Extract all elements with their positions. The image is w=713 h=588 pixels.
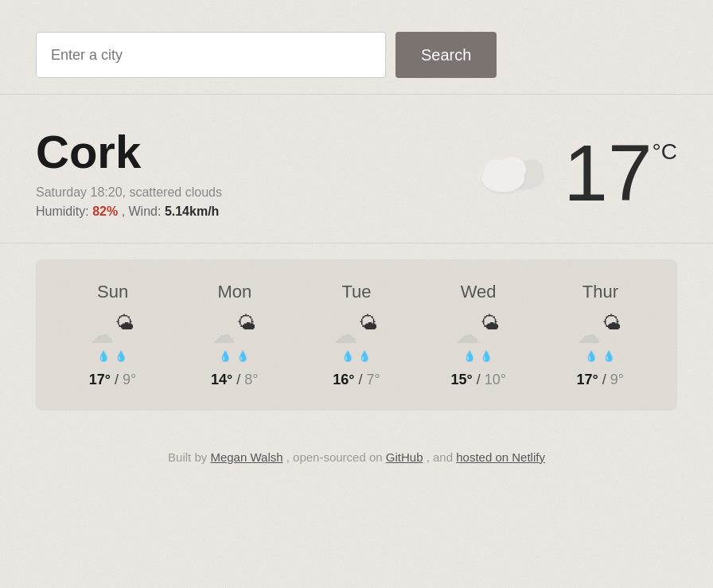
high-temp-tue: 16°: [333, 372, 354, 387]
low-temp-sun: 9°: [123, 372, 136, 387]
day-temps-wed: 15° / 10°: [450, 372, 506, 388]
search-input[interactable]: [36, 32, 386, 78]
current-weather-section: Cork Saturday 18:20, scattered clouds Hu…: [0, 95, 713, 243]
day-temps-sun: 17° / 9°: [89, 372, 136, 388]
high-temp-sun: 17°: [89, 372, 111, 387]
svg-point-4: [497, 157, 526, 181]
search-section: Search: [0, 0, 713, 95]
forecast-day-tue: Tue 🌤 ☁ 💧 💧 16° / 7°: [317, 282, 396, 388]
forecast-icon-wed: 🌤 ☁ 💧 💧: [455, 312, 501, 362]
cloud-icon: ☁: [90, 321, 114, 349]
temperature-display: 17 °C: [563, 133, 677, 212]
weather-cloud-icon: [476, 147, 547, 198]
footer-text-after: , and: [427, 450, 457, 464]
day-temps-tue: 16° / 7°: [333, 372, 380, 388]
sun-icon-tue: 🌤: [359, 312, 378, 334]
weather-left: Cork Saturday 18:20, scattered clouds Hu…: [36, 127, 476, 219]
footer-author-link[interactable]: Megan Walsh: [210, 450, 282, 464]
forecast-icon-sun: 🌤 ☁ 💧 💧: [90, 312, 136, 362]
forecast-icon-tue: 🌤 ☁ 💧 💧: [333, 312, 380, 362]
temperature-unit: °C: [653, 139, 677, 165]
high-temp-wed: 15°: [450, 372, 472, 387]
search-row: Search: [36, 32, 677, 78]
cloud-icon-wed: ☁: [455, 321, 479, 349]
low-temp-mon: 8°: [244, 372, 258, 387]
forecast-section: Sun 🌤 ☁ 💧 💧 17° / 9° Mon 🌤 ☁: [0, 243, 713, 434]
forecast-day-sun: Sun 🌤 ☁ 💧 💧 17° / 9°: [73, 282, 153, 388]
city-name: Cork: [36, 127, 476, 177]
day-name-thur: Thur: [582, 282, 618, 302]
footer-github-link[interactable]: GitHub: [386, 450, 423, 464]
humidity-label: Humidity:: [36, 204, 89, 218]
forecast-day-mon: Mon 🌤 ☁ 💧 💧 14° / 8°: [195, 282, 275, 388]
high-temp-mon: 14°: [211, 372, 232, 387]
footer-text-middle: , open-sourced on: [286, 450, 386, 464]
rain-icon-mon: 💧 💧: [219, 350, 250, 362]
sun-icon: 🌤: [115, 312, 134, 334]
weather-description: Saturday 18:20, scattered clouds: [36, 185, 476, 200]
temp-separator-tue: /: [358, 372, 366, 387]
footer-section: Built by Megan Walsh , open-sourced on G…: [0, 434, 713, 488]
sun-icon-wed: 🌤: [481, 312, 500, 334]
humidity-value: 82%: [92, 204, 118, 218]
day-name-tue: Tue: [341, 282, 371, 302]
rain-icon-thur: 💧 💧: [585, 350, 616, 362]
low-temp-thur: 9°: [610, 372, 624, 387]
forecast-card: Sun 🌤 ☁ 💧 💧 17° / 9° Mon 🌤 ☁: [36, 259, 677, 411]
day-temps-mon: 14° / 8°: [211, 372, 258, 388]
rain-icon-wed: 💧 💧: [463, 350, 494, 362]
day-temps-thur: 17° / 9°: [577, 372, 624, 388]
cloud-icon-tue: ☁: [333, 321, 357, 349]
wind-separator: ,: [122, 204, 129, 218]
low-temp-wed: 10°: [485, 372, 506, 387]
forecast-day-wed: Wed 🌤 ☁ 💧 💧 15° / 10°: [438, 282, 518, 388]
weather-right: 17 °C: [476, 133, 677, 212]
temp-separator: /: [115, 372, 123, 387]
sun-icon-mon: 🌤: [237, 312, 256, 334]
sun-icon-thur: 🌤: [602, 312, 621, 334]
weather-details: Humidity: 82% , Wind: 5.14km/h: [36, 204, 476, 219]
high-temp-thur: 17°: [577, 372, 598, 387]
temp-separator-wed: /: [477, 372, 485, 387]
low-temp-tue: 7°: [366, 372, 380, 387]
rain-icon-sun: 💧 💧: [97, 350, 128, 362]
footer-netlify-link[interactable]: hosted on Netlify: [456, 450, 545, 464]
forecast-icon-mon: 🌤 ☁ 💧 💧: [212, 312, 258, 362]
forecast-day-thur: Thur 🌤 ☁ 💧 💧 17° / 9°: [560, 282, 640, 388]
day-name-sun: Sun: [97, 282, 128, 302]
cloud-icon-thur: ☁: [577, 321, 601, 349]
footer-text-before: Built by: [168, 450, 210, 464]
temp-separator-mon: /: [236, 372, 244, 387]
wind-value: 5.14km/h: [165, 204, 219, 218]
search-button[interactable]: Search: [395, 32, 497, 78]
forecast-icon-thur: 🌤 ☁ 💧 💧: [577, 312, 623, 362]
temperature-value: 17: [563, 133, 652, 212]
cloud-icon-mon: ☁: [212, 321, 236, 349]
day-name-wed: Wed: [461, 282, 497, 302]
day-name-mon: Mon: [217, 282, 251, 302]
wind-label: Wind:: [129, 204, 162, 218]
temp-separator-thur: /: [602, 372, 610, 387]
rain-icon-tue: 💧 💧: [341, 350, 372, 362]
